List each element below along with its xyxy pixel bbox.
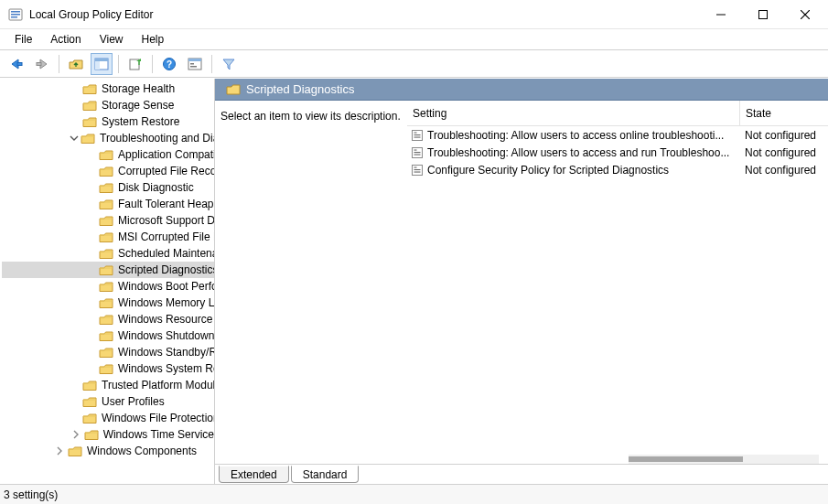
tree-item[interactable]: Windows Time Service <box>2 426 214 443</box>
tree-item[interactable]: Windows Boot Performance Diagnostics <box>2 278 214 295</box>
tree-pane[interactable]: Storage HealthStorage SenseSystem Restor… <box>0 79 215 484</box>
svg-rect-5 <box>759 10 768 18</box>
tree-item[interactable]: Corrupted File Recovery <box>2 163 214 179</box>
setting-state: Not configured <box>739 146 828 159</box>
menu-view[interactable]: View <box>92 31 131 48</box>
setting-state: Not configured <box>739 129 828 142</box>
svg-rect-12 <box>95 61 100 70</box>
svg-rect-17 <box>188 59 201 61</box>
tree-item[interactable]: Troubleshooting and Diagnostics <box>2 130 214 146</box>
setting-icon <box>411 146 424 159</box>
window-title: Local Group Policy Editor <box>29 8 153 21</box>
folder-icon <box>82 380 97 391</box>
horizontal-scrollbar[interactable] <box>629 455 819 464</box>
tree-item-label: Windows Memory Leak Diagnosis <box>115 296 215 309</box>
setting-row[interactable]: Configure Security Policy for Scripted D… <box>407 161 828 178</box>
tree-item[interactable]: Scripted Diagnostics <box>2 262 214 278</box>
folder-icon <box>99 182 113 194</box>
tree-item-label: Windows Resource Exhaustion Detection <box>115 313 215 326</box>
tree-item-label: Windows Standby/Resume Performance Diagn… <box>115 346 215 359</box>
tree-item[interactable]: System Restore <box>2 113 214 130</box>
tree-item[interactable]: Scheduled Maintenance <box>2 245 214 262</box>
tree-item[interactable]: Windows Standby/Resume Performance Diagn… <box>2 344 214 360</box>
folder-icon <box>99 281 113 293</box>
tree-item[interactable]: User Profiles <box>2 393 214 410</box>
folder-icon <box>84 429 99 441</box>
setting-icon <box>411 164 424 177</box>
menu-help[interactable]: Help <box>134 31 172 48</box>
folder-icon <box>82 116 97 128</box>
show-tree-button[interactable] <box>91 53 113 75</box>
description-pane: Select an item to view its description. <box>215 101 407 464</box>
expander-icon[interactable] <box>53 445 66 457</box>
svg-rect-9 <box>37 62 41 65</box>
details-header-title: Scripted Diagnostics <box>246 82 355 96</box>
back-button[interactable] <box>5 53 27 75</box>
setting-row[interactable]: Troubleshooting: Allow users to access a… <box>407 144 828 161</box>
svg-rect-30 <box>414 169 421 170</box>
folder-icon <box>226 83 241 96</box>
tabs-row: Extended Standard <box>215 464 828 484</box>
tree-item[interactable]: Storage Health <box>2 80 214 97</box>
help-button[interactable]: ? <box>158 53 180 75</box>
maximize-button[interactable] <box>742 0 784 29</box>
settings-list: Troubleshooting: Allow users to access o… <box>407 126 828 178</box>
tree-item[interactable]: Microsoft Support Diagnostic Tool <box>2 212 214 229</box>
tree-item[interactable]: Application Compatibility Diagnostics <box>2 146 214 163</box>
folder-icon <box>99 347 113 359</box>
svg-rect-25 <box>414 149 417 150</box>
tree-item-label: User Profiles <box>99 395 165 408</box>
tree-item-label: Storage Sense <box>99 99 174 112</box>
tree-item[interactable]: Windows Memory Leak Diagnosis <box>2 295 214 311</box>
tab-extended[interactable]: Extended <box>219 466 289 483</box>
tree-item[interactable]: Windows Resource Exhaustion Detection <box>2 311 214 327</box>
setting-name: Configure Security Policy for Scripted D… <box>427 164 669 177</box>
tab-standard[interactable]: Standard <box>291 466 360 483</box>
toolbar-separator <box>211 55 212 73</box>
tree-item-label: Troubleshooting and Diagnostics <box>97 132 215 145</box>
tree-item-label: MSI Corrupted File Recovery <box>115 231 215 243</box>
properties-button[interactable] <box>184 53 206 75</box>
up-folder-button[interactable] <box>65 53 87 75</box>
tree-item[interactable]: Windows Components <box>2 443 214 459</box>
folder-icon <box>82 396 97 408</box>
column-state[interactable]: State <box>739 101 828 125</box>
tree-item[interactable]: Trusted Platform Module Services <box>2 377 214 393</box>
svg-rect-8 <box>17 62 22 65</box>
setting-icon <box>411 129 424 142</box>
tree-item[interactable]: Disk Diagnostic <box>2 179 214 196</box>
svg-rect-19 <box>190 66 197 68</box>
minimize-button[interactable] <box>700 0 742 29</box>
tree-item[interactable]: Windows File Protection <box>2 410 214 426</box>
tree-item-label: Windows Time Service <box>101 428 214 441</box>
details-header: Scripted Diagnostics <box>215 79 828 101</box>
column-setting[interactable]: Setting <box>407 107 739 120</box>
forward-button[interactable] <box>31 53 53 75</box>
tree-item[interactable]: Windows Shutdown Performance Diagnostics <box>2 327 214 344</box>
menu-action[interactable]: Action <box>43 31 88 48</box>
folder-icon <box>82 100 97 112</box>
tree-item-label: System Restore <box>99 115 179 128</box>
tree-item[interactable]: Fault Tolerant Heap <box>2 196 214 212</box>
folder-icon <box>82 413 97 424</box>
tree-item-label: Windows File Protection <box>99 412 215 424</box>
expander-icon[interactable] <box>70 132 79 145</box>
tree-item[interactable]: Windows System Responsiveness Diagnostic… <box>2 360 214 377</box>
titlebar: Local Group Policy Editor <box>0 0 828 29</box>
tree-item[interactable]: Storage Sense <box>2 97 214 113</box>
folder-icon <box>99 248 113 260</box>
filter-button[interactable] <box>218 53 240 75</box>
export-button[interactable] <box>124 53 146 75</box>
toolbar: ? <box>0 50 828 78</box>
tree-item-label: Windows Shutdown Performance Diagnostics <box>115 329 215 342</box>
tree-item-label: Windows System Responsiveness Diagnostic… <box>115 362 215 375</box>
tree-item[interactable]: MSI Corrupted File Recovery <box>2 229 214 245</box>
close-button[interactable] <box>784 0 826 29</box>
folder-icon <box>82 83 97 95</box>
setting-row[interactable]: Troubleshooting: Allow users to access o… <box>407 126 828 144</box>
folder-icon <box>99 264 113 276</box>
folder-icon <box>68 445 82 457</box>
menu-file[interactable]: File <box>7 31 39 48</box>
svg-rect-31 <box>414 171 421 172</box>
expander-icon[interactable] <box>70 428 82 441</box>
